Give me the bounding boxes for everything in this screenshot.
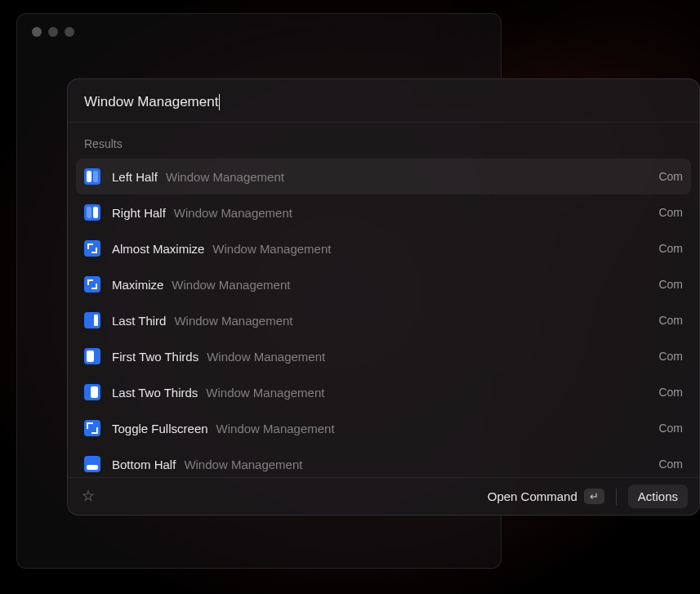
result-subtitle: Window Management: [174, 206, 292, 220]
result-trail: Com: [658, 170, 683, 183]
result-subtitle: Window Management: [206, 386, 324, 400]
result-item[interactable]: Bottom HalfWindow ManagementCom: [68, 446, 699, 477]
result-title: Toggle Fullscreen: [112, 422, 208, 435]
bottom-icon: [84, 456, 100, 472]
result-text: Last ThirdWindow Management: [112, 314, 647, 328]
traffic-lights: [17, 14, 501, 37]
result-trail: Com: [658, 422, 683, 435]
search-value: Window Management: [84, 94, 218, 110]
result-title: Bottom Half: [112, 458, 176, 471]
result-subtitle: Window Management: [216, 422, 335, 435]
right-half-icon: [84, 204, 100, 221]
result-text: MaximizeWindow Management: [112, 278, 647, 292]
maximize-icon: [84, 240, 100, 257]
result-title: Maximize: [112, 278, 163, 292]
result-item[interactable]: Toggle FullscreenWindow ManagementCom: [68, 410, 699, 446]
open-command-label: Open Command: [488, 489, 577, 503]
result-title: Left Half: [112, 170, 158, 184]
result-text: Left HalfWindow Management: [112, 170, 647, 184]
close-icon[interactable]: [32, 27, 42, 37]
result-trail: Com: [658, 350, 683, 363]
twothirds-last-icon: [84, 384, 100, 400]
results-area: Results Left HalfWindow ManagementComRig…: [68, 123, 699, 477]
footer: Open Command ↵ Actions: [68, 477, 699, 515]
result-text: Toggle FullscreenWindow Management: [112, 422, 647, 435]
actions-button[interactable]: Actions: [628, 485, 688, 508]
result-item[interactable]: MaximizeWindow ManagementCom: [68, 266, 699, 302]
app-icon[interactable]: [81, 489, 96, 504]
result-trail: Com: [658, 206, 683, 219]
result-list: Left HalfWindow ManagementComRight HalfW…: [68, 159, 699, 477]
open-command-action[interactable]: Open Command ↵: [488, 489, 604, 504]
result-trail: Com: [658, 278, 683, 291]
result-subtitle: Window Management: [207, 350, 325, 364]
result-trail: Com: [658, 458, 683, 471]
result-trail: Com: [658, 386, 683, 399]
fullscreen-icon: [84, 420, 100, 436]
result-item[interactable]: First Two ThirdsWindow ManagementCom: [68, 338, 699, 374]
result-text: Right HalfWindow Management: [112, 206, 647, 220]
result-title: Almost Maximize: [112, 242, 204, 256]
result-item[interactable]: Left HalfWindow ManagementCom: [76, 159, 691, 194]
footer-divider: [616, 489, 617, 505]
result-item[interactable]: Last ThirdWindow ManagementCom: [68, 302, 699, 338]
result-text: Almost MaximizeWindow Management: [112, 242, 647, 256]
results-header: Results: [68, 137, 699, 159]
result-text: Bottom HalfWindow Management: [112, 458, 647, 471]
actions-label: Actions: [638, 489, 678, 503]
result-title: Right Half: [112, 206, 166, 220]
result-subtitle: Window Management: [172, 278, 290, 292]
search-input[interactable]: Window Management: [84, 94, 683, 110]
maximize-icon: [84, 276, 100, 293]
result-item[interactable]: Right HalfWindow ManagementCom: [68, 194, 699, 230]
maximize-icon[interactable]: [65, 27, 74, 37]
result-title: Last Two Thirds: [112, 386, 198, 400]
result-trail: Com: [658, 242, 683, 255]
launcher-window: Window Management Results Left HalfWindo…: [67, 78, 700, 516]
twothirds-first-icon: [84, 348, 100, 364]
result-title: First Two Thirds: [112, 350, 198, 364]
result-trail: Com: [658, 314, 683, 327]
result-subtitle: Window Management: [184, 458, 302, 471]
enter-key-badge: ↵: [584, 489, 604, 504]
left-half-icon: [84, 168, 100, 185]
minimize-icon[interactable]: [48, 27, 58, 37]
result-title: Last Third: [112, 314, 166, 328]
result-text: Last Two ThirdsWindow Management: [112, 386, 647, 400]
result-item[interactable]: Last Two ThirdsWindow ManagementCom: [68, 374, 699, 410]
result-text: First Two ThirdsWindow Management: [112, 350, 647, 364]
result-subtitle: Window Management: [212, 242, 331, 256]
result-item[interactable]: Almost MaximizeWindow ManagementCom: [68, 230, 699, 266]
third-icon: [84, 312, 100, 328]
result-subtitle: Window Management: [166, 170, 284, 184]
result-subtitle: Window Management: [174, 314, 292, 328]
text-caret: [219, 94, 220, 110]
search-row: Window Management: [68, 79, 699, 123]
